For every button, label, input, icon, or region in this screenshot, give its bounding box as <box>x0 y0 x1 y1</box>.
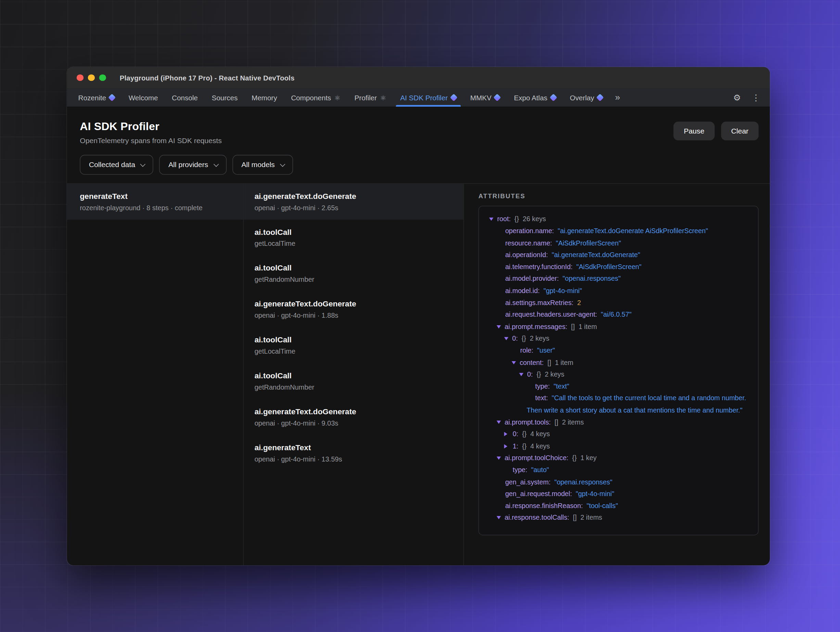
attribute-key: ai.prompt.tools: <box>505 419 551 426</box>
clear-button[interactable]: Clear <box>721 122 758 141</box>
models-dropdown[interactable]: All models <box>232 155 293 175</box>
attributes-heading: ATTRIBUTES <box>478 193 770 200</box>
row-title: ai.toolCall <box>254 371 453 380</box>
attribute-value: "auto" <box>531 466 549 474</box>
attribute-key: content: <box>519 359 543 367</box>
span-list-item[interactable]: ai.generateText.doGenerateopenai · gpt-4… <box>244 399 463 435</box>
span-list-item[interactable]: ai.generateText.doGenerateopenai · gpt-4… <box>244 291 463 327</box>
attribute-value: 2 <box>577 299 581 307</box>
indent-spacer <box>497 495 505 496</box>
attribute-key: ai.model.provider: <box>505 275 559 283</box>
tab-mmkv[interactable]: MMKV <box>463 88 507 106</box>
tab-label: Sources <box>212 93 238 101</box>
tree-row: gen_ai.request.model:"gpt-4o-mini" <box>479 488 751 500</box>
expand-arrow-icon[interactable] <box>504 444 507 449</box>
tab-sources[interactable]: Sources <box>205 88 245 106</box>
tree-row: ai.prompt.tools:[] 2 items <box>479 416 751 428</box>
attribute-value: "AiSdkProfilerScreen" <box>556 239 621 247</box>
stage: Playground (iPhone 17 Pro) - React Nativ… <box>0 0 840 632</box>
attribute-key: ai.operationId: <box>505 251 548 259</box>
attribute-value: {} 4 keys <box>522 442 550 450</box>
tree-row: ai.response.toolCalls:[] 2 items <box>479 512 751 524</box>
attribute-key: ai.prompt.messages: <box>505 323 567 330</box>
collapse-arrow-icon[interactable] <box>497 325 501 328</box>
pause-button[interactable]: Pause <box>674 122 714 141</box>
tab-profiler[interactable]: Profiler⚛ <box>347 88 393 106</box>
collapse-arrow-icon[interactable] <box>497 457 501 460</box>
collected-data-dropdown[interactable]: Collected data <box>80 155 153 175</box>
window-titlebar: Playground (iPhone 17 Pro) - React Nativ… <box>67 67 770 88</box>
row-title: generateText <box>80 192 231 200</box>
attribute-key: 0: <box>527 371 533 378</box>
tree-row: 1:{} 4 keys <box>479 440 751 452</box>
tree-row: ai.request.headers.user-agent:"ai/6.0.57… <box>479 309 751 321</box>
span-list-item[interactable]: ai.generateTextopenai · gpt-4o-mini · 13… <box>244 435 463 471</box>
span-list-item[interactable]: ai.toolCallgetLocalTime <box>244 327 463 363</box>
row-subtitle: getRandomNumber <box>254 275 453 283</box>
tab-overflow-button[interactable]: » <box>609 88 625 106</box>
tab-expo-atlas[interactable]: Expo Atlas <box>507 88 563 106</box>
collapse-arrow-icon[interactable] <box>519 373 524 376</box>
span-list-item[interactable]: ai.generateText.doGenerateopenai · gpt-4… <box>244 184 463 220</box>
gear-icon: ⚙ <box>733 92 741 103</box>
attribute-key: 1: <box>513 442 518 450</box>
indent-spacer <box>497 304 505 305</box>
close-window-button[interactable] <box>77 74 84 81</box>
tab-memory[interactable]: Memory <box>245 88 284 106</box>
collapse-arrow-icon[interactable] <box>504 337 508 340</box>
span-list-item[interactable]: ai.toolCallgetRandomNumber <box>244 363 463 399</box>
attributes-tree: root:{} 26 keysoperation.name:"ai.genera… <box>478 206 759 535</box>
span-list-item[interactable]: ai.toolCallgetRandomNumber <box>244 256 463 292</box>
attribute-key: text: <box>535 395 548 402</box>
tab-components[interactable]: Components⚛ <box>284 88 347 106</box>
row-subtitle: openai · gpt-4o-mini · 13.59s <box>254 455 453 463</box>
zoom-window-button[interactable] <box>99 74 106 81</box>
tab-label: Console <box>172 93 198 101</box>
chevron-down-icon <box>280 161 285 166</box>
react-icon: ⚛ <box>335 94 341 101</box>
span-list-item[interactable]: ai.toolCallgetLocalTime <box>244 220 463 256</box>
traffic-lights <box>77 74 106 81</box>
collapse-arrow-icon[interactable] <box>497 421 501 424</box>
dropdown-selected-value: All providers <box>168 161 208 169</box>
span-list: ai.generateText.doGenerateopenai · gpt-4… <box>244 184 464 565</box>
collapse-arrow-icon[interactable] <box>489 217 494 221</box>
attribute-key: ai.model.id: <box>505 287 540 295</box>
settings-button[interactable]: ⚙ <box>728 88 746 106</box>
attribute-key: root: <box>497 215 510 223</box>
tab-console[interactable]: Console <box>165 88 205 106</box>
collapse-arrow-icon[interactable] <box>497 516 501 519</box>
indent-spacer <box>497 484 505 484</box>
indent-spacer <box>497 269 505 269</box>
collapse-arrow-icon[interactable] <box>512 361 516 364</box>
row-subtitle: openai · gpt-4o-mini · 2.65s <box>254 204 453 212</box>
tab-label: Rozenite <box>78 93 106 101</box>
attribute-value: {} 2 keys <box>536 371 564 378</box>
indent-spacer <box>497 233 505 234</box>
expand-arrow-icon[interactable] <box>504 432 507 436</box>
tab-welcome[interactable]: Welcome <box>122 88 165 106</box>
tree-row: ai.telemetry.functionId:"AiSdkProfilerSc… <box>479 261 751 273</box>
tab-ai-sdk-profiler[interactable]: AI SDK Profiler <box>393 88 463 106</box>
more-options-button[interactable]: ⋮ <box>746 88 765 106</box>
trace-list-item[interactable]: generateTextrozenite-playground · 8 step… <box>67 184 243 220</box>
row-subtitle: openai · gpt-4o-mini · 1.88s <box>254 311 453 319</box>
indent-spacer <box>497 280 505 281</box>
minimize-window-button[interactable] <box>88 74 95 81</box>
attribute-key: role: <box>520 347 533 354</box>
chevron-down-icon <box>141 161 145 166</box>
tab-rozenite[interactable]: Rozenite <box>71 88 122 106</box>
indent-spacer <box>504 472 513 472</box>
page-title: AI SDK Profiler <box>80 120 674 133</box>
attribute-value: [] 1 item <box>547 359 573 367</box>
tree-row: 0:{} 4 keys <box>479 428 751 440</box>
attribute-value: "openai.responses" <box>563 275 621 283</box>
tab-label: Welcome <box>129 93 158 101</box>
attribute-key: type: <box>535 383 550 390</box>
tab-overlay[interactable]: Overlay <box>563 88 609 106</box>
attribute-value: "openai.responses" <box>554 478 613 486</box>
tree-row: ai.prompt.toolChoice:{} 1 key <box>479 452 751 464</box>
tab-label: Memory <box>252 93 277 101</box>
attribute-value: {} 2 keys <box>522 335 549 342</box>
providers-dropdown[interactable]: All providers <box>159 155 226 175</box>
